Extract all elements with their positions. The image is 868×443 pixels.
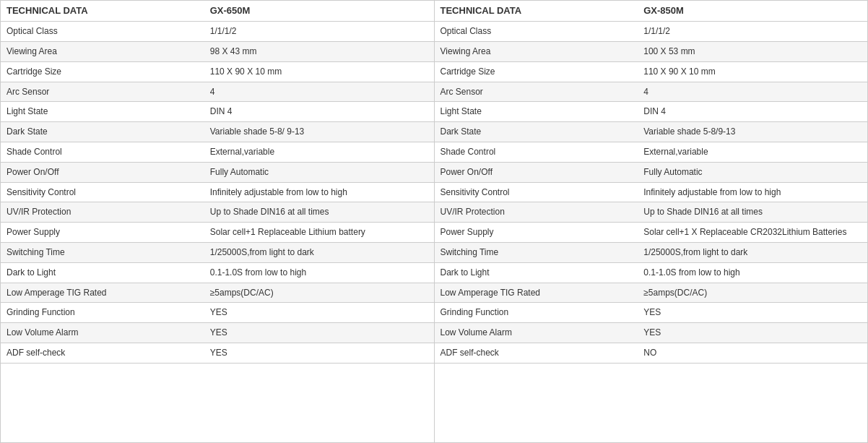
row-value: Up to Shade DIN16 at all times <box>638 202 867 223</box>
row-label: Low Volume Alarm <box>435 323 638 343</box>
table-row: Low Volume AlarmYES <box>1 323 434 343</box>
row-label: Switching Time <box>1 242 204 262</box>
table-row: ADF self-checkYES <box>1 343 434 363</box>
row-label: Shade Control <box>1 142 204 162</box>
left-table: TECHNICAL DATAGX-650MOptical Class1/1/1/… <box>1 1 434 364</box>
row-value: Solar cell+1 Replaceable Lithium battery <box>204 223 434 243</box>
table-row: ADF self-checkNO <box>435 343 868 363</box>
row-value: ≥5amps(DC/AC) <box>638 283 867 303</box>
table-row: UV/IR ProtectionUp to Shade DIN16 at all… <box>435 202 868 223</box>
table-row: Low Amperage TIG Rated≥5amps(DC/AC) <box>1 283 434 303</box>
row-label: UV/IR Protection <box>435 202 638 223</box>
row-value: External,variable <box>638 142 867 162</box>
table-row: Sensitivity ControlInfinitely adjustable… <box>435 182 868 202</box>
row-label: Cartridge Size <box>1 61 204 82</box>
row-value: 1/1/1/2 <box>638 22 867 42</box>
row-value: 1/1/1/2 <box>204 22 434 42</box>
row-label: Grinding Function <box>435 303 638 323</box>
table-row: Grinding FunctionYES <box>435 303 868 323</box>
row-value: YES <box>204 323 434 343</box>
table-row: Light StateDIN 4 <box>1 102 434 122</box>
row-value: YES <box>204 303 434 323</box>
row-value: YES <box>638 323 867 343</box>
row-value: Up to Shade DIN16 at all times <box>204 202 434 223</box>
row-label: Light State <box>435 102 638 122</box>
row-label: Low Volume Alarm <box>1 323 204 343</box>
header-value: GX-650M <box>204 1 434 22</box>
row-label: Cartridge Size <box>435 61 638 82</box>
table-row: Viewing Area100 X 53 mm <box>435 41 868 61</box>
right-table-section: TECHNICAL DATAGX-850MOptical Class1/1/1/… <box>435 1 868 442</box>
row-label: Switching Time <box>435 242 638 262</box>
table-row: Optical Class1/1/1/2 <box>1 22 434 42</box>
right-table: TECHNICAL DATAGX-850MOptical Class1/1/1/… <box>435 1 868 364</box>
row-value: YES <box>638 303 867 323</box>
header-row: TECHNICAL DATAGX-650M <box>1 1 434 22</box>
row-label: Power On/Off <box>435 162 638 182</box>
table-row: Shade ControlExternal,variable <box>1 142 434 162</box>
row-label: Grinding Function <box>1 303 204 323</box>
row-label: Optical Class <box>435 22 638 42</box>
row-label: ADF self-check <box>1 343 204 363</box>
header-label: TECHNICAL DATA <box>1 1 204 22</box>
row-value: 1/25000S,from light to dark <box>204 242 434 262</box>
row-label: Viewing Area <box>435 41 638 61</box>
row-label: Low Amperage TIG Rated <box>435 283 638 303</box>
table-row: Dark StateVariable shade 5-8/ 9-13 <box>1 122 434 142</box>
row-label: Low Amperage TIG Rated <box>1 283 204 303</box>
table-row: Shade ControlExternal,variable <box>435 142 868 162</box>
row-value: Infinitely adjustable from low to high <box>204 182 434 202</box>
row-label: Arc Sensor <box>1 82 204 102</box>
row-label: Light State <box>1 102 204 122</box>
row-value: ≥5amps(DC/AC) <box>204 283 434 303</box>
row-value: Variable shade 5-8/ 9-13 <box>204 122 434 142</box>
row-value: Solar cell+1 X Replaceable CR2032Lithium… <box>638 223 867 243</box>
left-table-section: TECHNICAL DATAGX-650MOptical Class1/1/1/… <box>1 1 435 442</box>
header-row: TECHNICAL DATAGX-850M <box>435 1 868 22</box>
row-label: Power Supply <box>1 223 204 243</box>
table-row: Switching Time1/25000S,from light to dar… <box>435 242 868 262</box>
row-label: ADF self-check <box>435 343 638 363</box>
page-wrapper: TECHNICAL DATAGX-650MOptical Class1/1/1/… <box>0 0 868 443</box>
row-value: 0.1-1.0S from low to high <box>204 262 434 283</box>
row-label: Dark State <box>1 122 204 142</box>
row-value: 98 X 43 mm <box>204 41 434 61</box>
table-row: Viewing Area98 X 43 mm <box>1 41 434 61</box>
header-value: GX-850M <box>638 1 867 22</box>
table-row: Switching Time1/25000S,from light to dar… <box>1 242 434 262</box>
row-value: 110 X 90 X 10 mm <box>204 61 434 82</box>
header-label: TECHNICAL DATA <box>435 1 638 22</box>
row-value: Fully Automatic <box>638 162 867 182</box>
table-row: Dark to Light0.1-1.0S from low to high <box>435 262 868 283</box>
row-label: Shade Control <box>435 142 638 162</box>
table-row: Power On/OffFully Automatic <box>435 162 868 182</box>
table-row: Low Amperage TIG Rated≥5amps(DC/AC) <box>435 283 868 303</box>
row-label: Dark to Light <box>435 262 638 283</box>
table-row: Arc Sensor4 <box>1 82 434 102</box>
row-value: 4 <box>204 82 434 102</box>
row-value: YES <box>204 343 434 363</box>
table-row: Dark StateVariable shade 5-8/9-13 <box>435 122 868 142</box>
row-value: DIN 4 <box>204 102 434 122</box>
row-label: Dark to Light <box>1 262 204 283</box>
row-label: Power Supply <box>435 223 638 243</box>
row-label: UV/IR Protection <box>1 202 204 223</box>
row-label: Arc Sensor <box>435 82 638 102</box>
table-row: Dark to Light0.1-1.0S from low to high <box>1 262 434 283</box>
table-row: Cartridge Size110 X 90 X 10 mm <box>435 61 868 82</box>
table-row: UV/IR ProtectionUp to Shade DIN16 at all… <box>1 202 434 223</box>
row-value: Infinitely adjustable from low to high <box>638 182 867 202</box>
row-value: NO <box>638 343 867 363</box>
row-value: 100 X 53 mm <box>638 41 867 61</box>
row-value: 110 X 90 X 10 mm <box>638 61 867 82</box>
table-row: Arc Sensor4 <box>435 82 868 102</box>
row-value: External,variable <box>204 142 434 162</box>
table-row: Cartridge Size110 X 90 X 10 mm <box>1 61 434 82</box>
table-row: Light StateDIN 4 <box>435 102 868 122</box>
row-value: Fully Automatic <box>204 162 434 182</box>
table-row: Power SupplySolar cell+1 Replaceable Lit… <box>1 223 434 243</box>
row-label: Optical Class <box>1 22 204 42</box>
table-row: Grinding FunctionYES <box>1 303 434 323</box>
table-row: Sensitivity ControlInfinitely adjustable… <box>1 182 434 202</box>
table-row: Power SupplySolar cell+1 X Replaceable C… <box>435 223 868 243</box>
